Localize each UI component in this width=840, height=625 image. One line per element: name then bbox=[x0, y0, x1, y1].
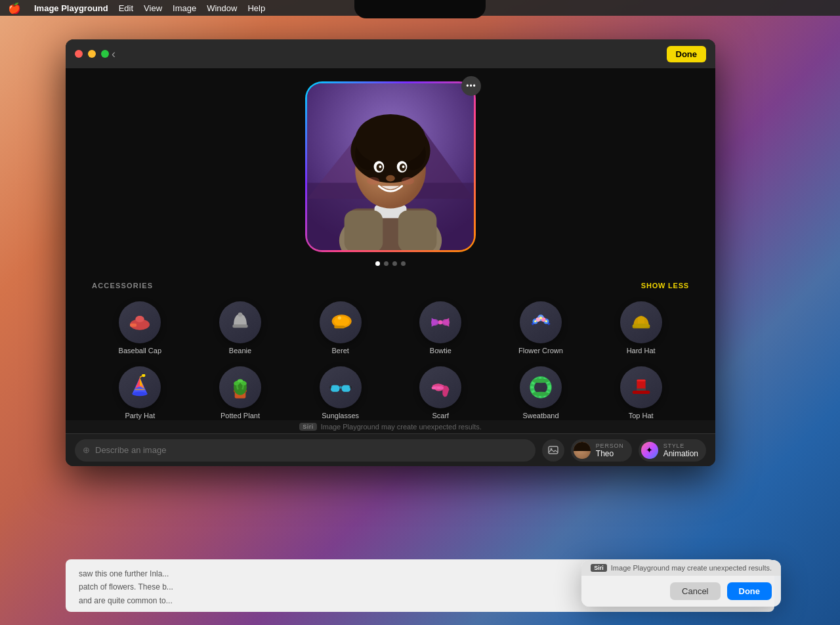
svg-point-37 bbox=[442, 319, 450, 326]
apple-menu[interactable]: 🍎 bbox=[8, 2, 21, 14]
accessory-beanie[interactable]: Beanie bbox=[192, 299, 289, 357]
scarf-svg bbox=[427, 374, 453, 400]
search-input-wrap: ⊕ bbox=[75, 439, 536, 462]
beanie-icon bbox=[219, 301, 261, 343]
accessory-scarf[interactable]: Scarf bbox=[392, 364, 489, 422]
accessory-potted-plant[interactable]: Potted Plant bbox=[192, 364, 289, 422]
accessory-sunglasses[interactable]: Sunglasses bbox=[292, 364, 388, 422]
potted-plant-icon bbox=[219, 366, 261, 408]
back-button[interactable]: ‹ bbox=[112, 47, 116, 61]
done-button[interactable]: Done bbox=[667, 46, 707, 62]
style-pill[interactable]: ✦ STYLE Animation bbox=[639, 439, 706, 462]
style-icon: ✦ bbox=[641, 442, 658, 459]
playground-window: ‹ Done ••• bbox=[66, 39, 715, 466]
bowtie-label: Bowtie bbox=[430, 347, 452, 355]
image-inner bbox=[307, 83, 474, 250]
scarf-label: Scarf bbox=[432, 412, 449, 420]
svg-point-26 bbox=[136, 316, 144, 322]
svg-point-30 bbox=[334, 316, 349, 326]
accessories-section: ACCESSORIES SHOW LESS Baseball Cap bbox=[66, 282, 715, 422]
svg-rect-80 bbox=[637, 379, 645, 381]
add-image-button[interactable] bbox=[542, 439, 564, 462]
svg-rect-9 bbox=[398, 210, 437, 250]
flower-crown-svg bbox=[528, 309, 554, 335]
title-bar: ‹ Done bbox=[66, 39, 715, 68]
svg-point-62 bbox=[238, 379, 243, 383]
svg-point-45 bbox=[545, 320, 547, 322]
accessories-header: ACCESSORIES SHOW LESS bbox=[85, 282, 696, 290]
info-text: Image Playground may create unexpected r… bbox=[321, 423, 482, 431]
accessory-hard-hat[interactable]: Hard Hat bbox=[593, 299, 689, 357]
accessory-beret[interactable]: Beret bbox=[292, 299, 388, 357]
help-menu[interactable]: Help bbox=[247, 3, 265, 13]
scarf-icon bbox=[419, 366, 461, 408]
svg-rect-81 bbox=[549, 446, 558, 454]
accessory-flower-crown[interactable]: Flower Crown bbox=[493, 299, 589, 357]
alert-cancel-button[interactable]: Cancel bbox=[670, 582, 720, 600]
svg-point-22 bbox=[367, 177, 380, 185]
app-name-menu[interactable]: Image Playground bbox=[34, 3, 108, 13]
svg-point-21 bbox=[386, 175, 395, 182]
accessory-sweatband[interactable]: Sweatband bbox=[493, 364, 589, 422]
main-content: ••• bbox=[66, 68, 715, 433]
person-pill-label: PERSON Theo bbox=[596, 442, 624, 458]
person-category: PERSON bbox=[596, 442, 624, 449]
accessories-title: ACCESSORIES bbox=[92, 282, 153, 290]
alert-buttons: Cancel Done bbox=[661, 576, 781, 607]
style-pill-label: STYLE Animation bbox=[663, 442, 698, 458]
traffic-lights bbox=[75, 50, 109, 58]
describe-image-input[interactable] bbox=[95, 445, 528, 455]
beret-svg bbox=[327, 309, 354, 335]
person-illustration bbox=[307, 83, 474, 250]
bowtie-svg bbox=[427, 309, 453, 335]
svg-point-19 bbox=[379, 165, 381, 168]
baseball-cap-svg bbox=[127, 309, 153, 335]
edit-menu[interactable]: Edit bbox=[119, 3, 133, 13]
accessory-top-hat[interactable]: Top Hat bbox=[593, 364, 689, 422]
accessory-party-hat[interactable]: Party Hat bbox=[92, 364, 188, 422]
sunglasses-svg bbox=[327, 374, 354, 400]
zoom-button[interactable] bbox=[101, 50, 109, 58]
dot-1[interactable] bbox=[375, 261, 380, 266]
svg-point-32 bbox=[337, 316, 341, 320]
top-hat-label: Top Hat bbox=[629, 412, 654, 420]
bottom-toolbar: ⊕ PERSON Theo ✦ STYLE Animation bbox=[66, 433, 715, 466]
alert-done-button[interactable]: Done bbox=[727, 582, 772, 600]
flower-crown-label: Flower Crown bbox=[518, 347, 563, 355]
accessory-baseball-cap[interactable]: Baseball Cap bbox=[92, 299, 188, 357]
show-less-button[interactable]: SHOW LESS bbox=[641, 282, 689, 290]
svg-rect-27 bbox=[232, 324, 247, 328]
beret-label: Beret bbox=[332, 347, 349, 355]
close-button[interactable] bbox=[75, 50, 83, 58]
view-menu[interactable]: View bbox=[144, 3, 162, 13]
alert-badge: Siri bbox=[591, 564, 607, 572]
beret-icon bbox=[320, 301, 362, 343]
svg-point-20 bbox=[402, 165, 405, 168]
options-button[interactable]: ••• bbox=[461, 76, 481, 96]
svg-rect-79 bbox=[637, 389, 645, 391]
info-bar: Siri Image Playground may create unexpec… bbox=[66, 420, 715, 433]
svg-rect-68 bbox=[331, 385, 339, 392]
person-pill[interactable]: PERSON Theo bbox=[571, 439, 632, 462]
top-hat-svg bbox=[628, 374, 654, 400]
style-name: Animation bbox=[663, 449, 698, 458]
svg-point-44 bbox=[539, 316, 542, 319]
image-menu[interactable]: Image bbox=[173, 3, 196, 13]
image-container: ••• bbox=[305, 81, 476, 252]
dot-3[interactable] bbox=[392, 261, 397, 266]
potted-plant-label: Potted Plant bbox=[220, 412, 260, 420]
svg-rect-31 bbox=[334, 326, 345, 328]
avatar-hair bbox=[574, 442, 591, 451]
alert-info-bar: Siri Image Playground may create unexpec… bbox=[581, 560, 781, 576]
dot-4[interactable] bbox=[401, 261, 406, 266]
svg-point-36 bbox=[431, 319, 439, 326]
accessory-bowtie[interactable]: Bowtie bbox=[392, 299, 489, 357]
svg-point-76 bbox=[532, 392, 550, 397]
flower-crown-icon bbox=[520, 301, 562, 343]
window-menu[interactable]: Window bbox=[207, 3, 237, 13]
bowtie-icon bbox=[419, 301, 461, 343]
dot-2[interactable] bbox=[384, 261, 388, 266]
camera-notch bbox=[354, 0, 486, 18]
top-hat-icon bbox=[620, 366, 662, 408]
minimize-button[interactable] bbox=[88, 50, 96, 58]
